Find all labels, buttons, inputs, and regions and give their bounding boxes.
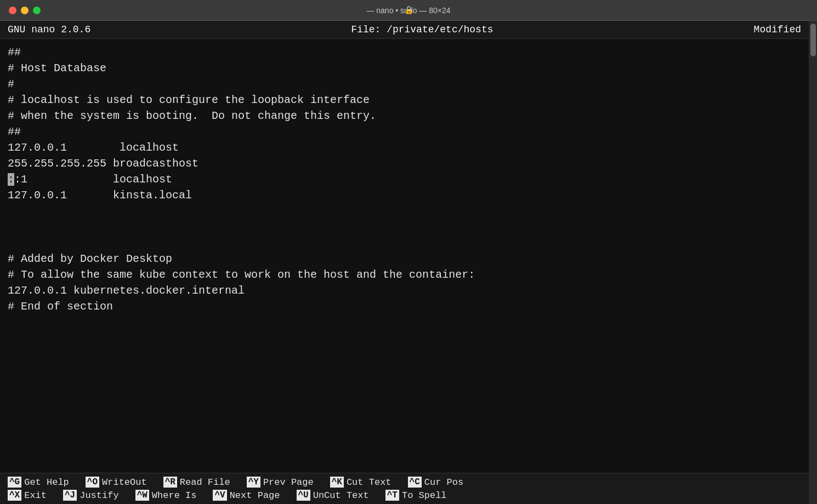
cmd-cur-pos[interactable]: ^C Cur Pos bbox=[408, 477, 464, 488]
cmd-read-file[interactable]: ^R Read File bbox=[163, 477, 230, 488]
label-read-file: Read File bbox=[180, 477, 230, 488]
window-controls[interactable] bbox=[9, 7, 41, 14]
label-exit: Exit bbox=[24, 490, 47, 501]
key-u: ^U bbox=[297, 490, 310, 501]
key-o: ^O bbox=[86, 477, 99, 488]
cmd-writeout[interactable]: ^O WriteOut bbox=[86, 477, 147, 488]
cursor: : bbox=[8, 173, 14, 186]
editor-area[interactable]: ## # Host Database # # localhost is used… bbox=[0, 39, 809, 473]
nano-status: Modified bbox=[754, 24, 801, 35]
nano-file: File: /private/etc/hosts bbox=[351, 24, 493, 35]
titlebar: 🔒 — nano • sudo — 80×24 bbox=[0, 0, 817, 21]
key-t: ^T bbox=[385, 490, 399, 501]
nano-footer: ^G Get Help ^O WriteOut ^R Read File ^Y … bbox=[0, 473, 809, 504]
key-v: ^V bbox=[213, 490, 226, 501]
label-next-page: Next Page bbox=[230, 490, 280, 501]
label-where-is: Where Is bbox=[152, 490, 197, 501]
cmd-cut-text[interactable]: ^K Cut Text bbox=[330, 477, 392, 488]
key-j: ^J bbox=[63, 490, 77, 501]
cmd-prev-page[interactable]: ^Y Prev Page bbox=[247, 477, 314, 488]
close-button[interactable] bbox=[9, 7, 16, 14]
label-uncut-text: UnCut Text bbox=[313, 490, 369, 501]
key-g: ^G bbox=[8, 477, 21, 488]
cmd-justify[interactable]: ^J Justify bbox=[63, 490, 119, 501]
label-get-help: Get Help bbox=[24, 477, 69, 488]
nano-version: GNU nano 2.0.6 bbox=[8, 24, 90, 35]
label-cur-pos: Cur Pos bbox=[424, 477, 463, 488]
key-c: ^C bbox=[408, 477, 422, 488]
maximize-button[interactable] bbox=[33, 7, 41, 14]
footer-row-1: ^G Get Help ^O WriteOut ^R Read File ^Y … bbox=[0, 476, 809, 489]
minimize-button[interactable] bbox=[21, 7, 29, 14]
cmd-next-page[interactable]: ^V Next Page bbox=[213, 490, 280, 501]
label-writeout: WriteOut bbox=[102, 477, 147, 488]
cmd-exit[interactable]: ^X Exit bbox=[8, 490, 47, 501]
key-w: ^W bbox=[135, 490, 149, 501]
label-prev-page: Prev Page bbox=[263, 477, 314, 488]
footer-row-2: ^X Exit ^J Justify ^W Where Is ^V Next P… bbox=[0, 489, 809, 502]
editor-content: ## # Host Database # # localhost is used… bbox=[8, 44, 801, 251]
nano-header: GNU nano 2.0.6 File: /private/etc/hosts … bbox=[0, 21, 809, 39]
cmd-to-spell[interactable]: ^T To Spell bbox=[385, 490, 447, 501]
key-r: ^R bbox=[163, 477, 177, 488]
cmd-get-help[interactable]: ^G Get Help bbox=[8, 477, 69, 488]
scrollbar-thumb[interactable] bbox=[810, 24, 816, 56]
key-x: ^X bbox=[8, 490, 21, 501]
editor-content-2: # Added by Docker Desktop # To allow the… bbox=[8, 251, 801, 314]
cmd-uncut-text[interactable]: ^U UnCut Text bbox=[297, 490, 369, 501]
label-to-spell: To Spell bbox=[402, 490, 447, 501]
label-cut-text: Cut Text bbox=[347, 477, 392, 488]
scrollbar-track[interactable] bbox=[809, 21, 817, 504]
key-y: ^Y bbox=[247, 477, 260, 488]
label-justify: Justify bbox=[80, 490, 118, 501]
cmd-where-is[interactable]: ^W Where Is bbox=[135, 490, 197, 501]
key-k: ^K bbox=[330, 477, 344, 488]
lock-icon: 🔒 bbox=[404, 5, 413, 15]
